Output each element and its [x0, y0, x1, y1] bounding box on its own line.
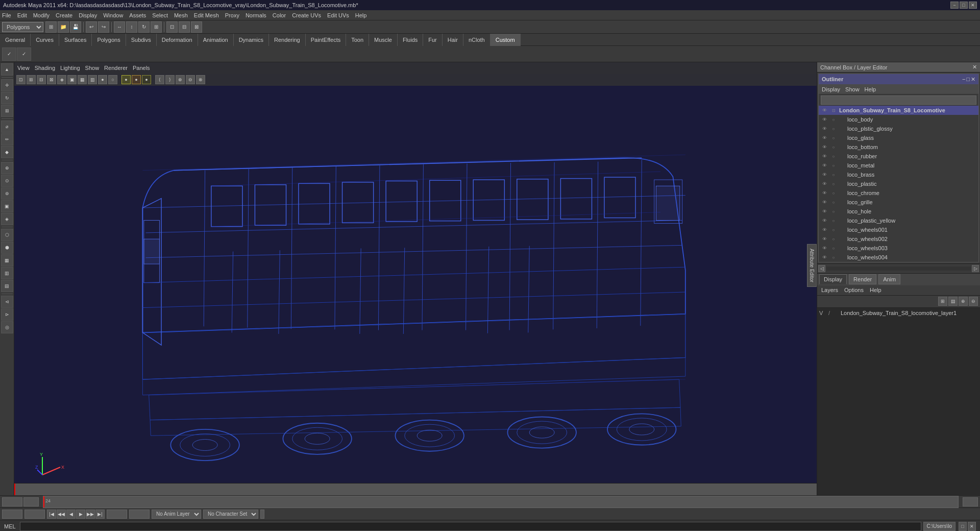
timeline-track[interactable]: 24 — [43, 496, 959, 508]
eye-icon-grille[interactable]: 👁 — [821, 199, 828, 206]
vp-btn-7[interactable]: ▦ — [78, 75, 87, 84]
outliner-close[interactable]: ✕ — [971, 76, 975, 83]
layer-visibility[interactable]: V — [819, 310, 826, 316]
vp-btn-1[interactable]: ⊡ — [16, 75, 26, 84]
outliner-display-menu[interactable]: Display — [822, 86, 840, 92]
taskbar-icon-2[interactable]: ✕ — [968, 522, 976, 531]
attr-editor-tab[interactable]: Attribute Editor — [807, 244, 817, 287]
tool-15[interactable]: ▤ — [1, 280, 13, 292]
outliner-max[interactable]: □ — [966, 76, 970, 83]
taskbar-btn[interactable]: C:\Users\lo — [923, 522, 955, 531]
eye-icon-brass[interactable]: 👁 — [821, 171, 828, 178]
play-fwd2-btn[interactable]: ▶▶ — [86, 510, 95, 519]
vp-btn-8[interactable]: ▥ — [88, 75, 97, 84]
outliner-show-menu[interactable]: Show — [845, 86, 860, 92]
camera-tool[interactable]: ◎ — [1, 321, 13, 333]
layer-name[interactable]: London_Subway_Train_S8_locomotive_layer1 — [841, 310, 978, 316]
le-sub-tab-layers[interactable]: Layers — [819, 287, 840, 293]
eye-icon-plastic_yellow[interactable]: 👁 — [821, 217, 828, 224]
eye-icon-wheels004[interactable]: 👁 — [821, 254, 828, 261]
lasso-tool[interactable]: ⌀ — [1, 120, 13, 133]
move-tool[interactable]: ✛ — [1, 79, 13, 91]
tool-7[interactable]: ⊙ — [1, 175, 13, 187]
vp-btn-16[interactable]: ⊕ — [176, 75, 185, 84]
le-tab-display[interactable]: Display — [819, 274, 847, 284]
step-back-btn[interactable]: ◀ — [66, 510, 76, 519]
toolbar-icon-5[interactable]: ↪ — [98, 21, 109, 33]
play-end-btn[interactable]: ▶| — [95, 510, 105, 519]
outliner-item-wheels002[interactable]: 👁○loco_wheels002 — [819, 234, 978, 244]
outliner-search-input[interactable] — [821, 95, 976, 105]
tool-11[interactable]: ⬡ — [1, 229, 13, 241]
shelf-tab-curves[interactable]: Curves — [31, 34, 59, 46]
le-sub-tab-options[interactable]: Options — [842, 287, 866, 293]
outliner-item-chrome[interactable]: 👁○loco_chrome — [819, 188, 978, 198]
shelf-tab-toon[interactable]: Toon — [346, 34, 369, 46]
toolbar-snap-2[interactable]: ⊟ — [179, 21, 190, 33]
shelf-tab-hair[interactable]: Hair — [443, 34, 463, 46]
menu-item-window[interactable]: Window — [103, 12, 123, 18]
outliner-help-menu[interactable]: Help — [865, 86, 876, 92]
eye-icon-wheels001[interactable]: 👁 — [821, 226, 828, 233]
vp-btn-10[interactable]: ○ — [108, 75, 117, 84]
outliner-item-root[interactable]: 👁⊡London_Subway_Train_S8_Locomotive — [819, 106, 978, 115]
tool-14[interactable]: ▥ — [1, 267, 13, 279]
show-menu[interactable]: Show — [85, 65, 100, 71]
toolbar-icon-4[interactable]: ↩ — [86, 21, 97, 33]
tool-17[interactable]: ⊳ — [1, 308, 13, 321]
range-end-2[interactable]: 48.00 — [129, 510, 150, 519]
outliner-item-bottom[interactable]: 👁○loco_bottom — [819, 142, 978, 152]
shelf-tab-surfaces[interactable]: Surfaces — [59, 34, 92, 46]
vp-btn-12[interactable]: ● — [132, 75, 141, 84]
eye-icon-plastic[interactable]: 👁 — [821, 180, 828, 187]
vp-btn-17[interactable]: ⊖ — [186, 75, 195, 84]
tool-9[interactable]: ▣ — [1, 200, 13, 212]
menu-item-normals[interactable]: Normals — [246, 12, 266, 18]
toolbar-snap-3[interactable]: ⊠ — [191, 21, 202, 33]
renderer-menu[interactable]: Renderer — [104, 65, 128, 71]
outliner-item-plastic_yellow[interactable]: 👁○loco_plastic_yellow — [819, 216, 978, 225]
shelf-tab-fur[interactable]: Fur — [423, 34, 443, 46]
taskbar-icon-1[interactable]: □ — [959, 522, 967, 531]
view-menu[interactable]: View — [17, 65, 30, 71]
shelf-tab-muscle[interactable]: Muscle — [369, 34, 398, 46]
tool-6[interactable]: ⊕ — [1, 162, 13, 174]
outliner-item-body[interactable]: 👁○loco_body — [819, 115, 978, 124]
vp-btn-14[interactable]: ⟨ — [155, 75, 164, 84]
shelf-tab-deformation[interactable]: Deformation — [157, 34, 198, 46]
outliner-item-plastic[interactable]: 👁○loco_plastic — [819, 179, 978, 188]
scroll-left-btn[interactable]: ◁ — [818, 265, 825, 272]
close-button[interactable]: ✕ — [969, 2, 977, 9]
outliner-item-wheels004[interactable]: 👁○loco_wheels004 — [819, 253, 978, 262]
menu-item-mesh[interactable]: Mesh — [174, 12, 188, 18]
vp-btn-11[interactable]: ● — [121, 75, 131, 84]
scale-tool[interactable]: ⊞ — [1, 105, 13, 117]
shelf-tab-dynamics[interactable]: Dynamics — [234, 34, 269, 46]
menu-item-create uvs[interactable]: Create UVs — [292, 12, 321, 18]
shelf-tab-subdivs[interactable]: Subdivs — [126, 34, 157, 46]
select-tool[interactable]: ▲ — [1, 63, 13, 76]
shelf-tab-animation[interactable]: Animation — [198, 34, 234, 46]
outliner-min[interactable]: − — [962, 76, 965, 83]
tool-13[interactable]: ▦ — [1, 254, 13, 267]
outliner-item-wheels003[interactable]: 👁○loco_wheels003 — [819, 244, 978, 253]
vp-btn-15[interactable]: ⟩ — [165, 75, 175, 84]
eye-icon-root[interactable]: 👁 — [821, 107, 828, 114]
outliner-item-metal[interactable]: 👁○loco_metal — [819, 161, 978, 170]
shelf-tab-fluids[interactable]: Fluids — [398, 34, 423, 46]
le-sub-tab-help[interactable]: Help — [868, 287, 884, 293]
outliner-item-plastic_glossy[interactable]: 👁○loco_plstic_glossy — [819, 124, 978, 133]
menu-item-color[interactable]: Color — [273, 12, 286, 18]
menu-item-help[interactable]: Help — [355, 12, 367, 18]
check-icon-1[interactable]: ✓ — [2, 47, 16, 61]
range-start[interactable]: 1.00 — [2, 510, 22, 519]
vp-btn-6[interactable]: ▣ — [67, 75, 77, 84]
panels-menu[interactable]: Panels — [133, 65, 150, 71]
frame-display[interactable]: 1 — [24, 510, 45, 519]
outliner-item-grille[interactable]: 👁○loco_grille — [819, 198, 978, 207]
sculpt-tool[interactable]: ◆ — [1, 146, 13, 158]
viewport[interactable]: View Shading Lighting Show Renderer Pane… — [14, 62, 817, 495]
eye-icon-glass[interactable]: 👁 — [821, 134, 828, 141]
eye-icon-bottom[interactable]: 👁 — [821, 143, 828, 151]
le-tool-2[interactable]: ▤ — [948, 297, 958, 306]
